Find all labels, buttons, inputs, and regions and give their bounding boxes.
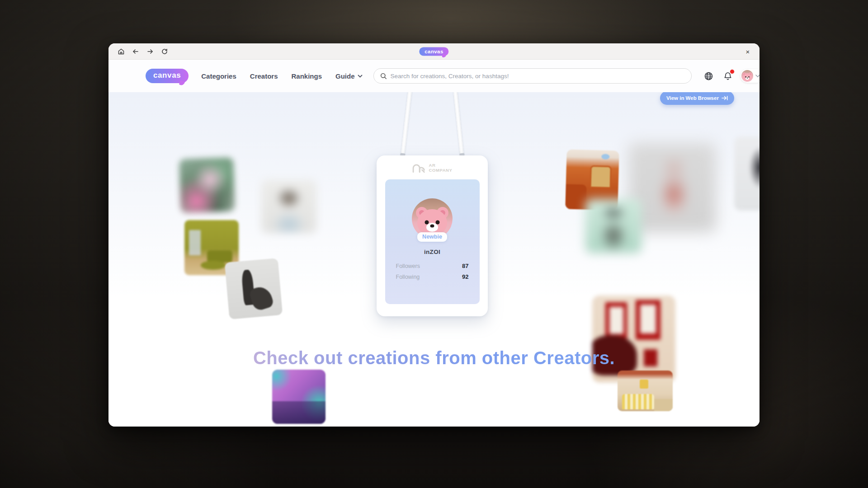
profile-id-card: AR COMPANY Newbie inZOI Followers 87 Fol… [377, 155, 488, 316]
chevron-down-icon [755, 75, 760, 77]
creation-thumbnail [225, 258, 283, 319]
search-icon [380, 73, 387, 80]
creation-thumbnail [592, 296, 675, 382]
forward-icon[interactable] [144, 46, 156, 57]
ar-monogram-icon [412, 163, 425, 174]
window-titlebar: canvas × [108, 43, 760, 60]
card-inner-panel: Newbie inZOI Followers 87 Following 92 [385, 179, 480, 304]
search-wrap [373, 68, 692, 84]
creation-thumbnail [618, 371, 673, 411]
creation-thumbnail [585, 199, 642, 253]
username: inZOI [424, 249, 440, 255]
stat-row-following: Following 92 [396, 273, 469, 280]
chevron-down-icon [358, 75, 363, 78]
view-in-web-browser-label: View in Web Browser [666, 95, 719, 101]
canvas-logo[interactable]: canvas [146, 69, 189, 83]
search-box[interactable] [373, 68, 692, 84]
titlebar-app-logo: canvas [419, 47, 448, 56]
creation-thumbnail [734, 136, 760, 211]
header-icons [703, 69, 760, 83]
nav-item-rankings[interactable]: Rankings [292, 72, 322, 80]
profile-stats: Followers 87 Following 92 [385, 263, 480, 280]
creation-thumbnail [179, 157, 235, 213]
stat-row-followers: Followers 87 [396, 263, 469, 269]
creation-thumbnail [628, 143, 716, 232]
nav-item-guide[interactable]: Guide [335, 72, 363, 80]
level-badge: Newbie [417, 232, 447, 242]
stat-label: Following [396, 274, 420, 280]
stat-label: Followers [396, 263, 420, 269]
nav-item-creators[interactable]: Creators [250, 72, 278, 80]
site-header: canvas Categories Creators Rankings Guid… [108, 60, 760, 92]
creation-thumbnail [261, 180, 316, 233]
bell-icon[interactable] [722, 70, 734, 82]
company-logo: AR COMPANY [412, 163, 452, 174]
arrow-to-line-icon [722, 96, 728, 100]
notification-badge [730, 69, 735, 74]
stat-value: 92 [462, 273, 468, 280]
nav-item-categories[interactable]: Categories [201, 72, 236, 80]
avatar [741, 70, 753, 82]
close-icon[interactable]: × [741, 46, 754, 57]
creation-thumbnail [272, 370, 326, 424]
nav-item-guide-label: Guide [335, 72, 355, 80]
lanyard-strap-right [453, 92, 464, 157]
profile-menu[interactable] [741, 69, 760, 83]
back-icon[interactable] [129, 46, 142, 57]
lanyard-strap-left [401, 92, 412, 157]
home-icon[interactable] [115, 46, 127, 57]
stat-value: 87 [462, 263, 468, 269]
hero-headline: Check out creations from other Creators. [108, 348, 760, 368]
hero-content: AR COMPANY Newbie inZOI Followers 87 Fol… [108, 92, 760, 427]
view-in-web-browser-button[interactable]: View in Web Browser [660, 92, 734, 105]
app-window: canvas × canvas Categories Creators Rank… [108, 43, 760, 427]
main-nav: Categories Creators Rankings Guide [201, 72, 362, 80]
company-name-line2: COMPANY [429, 168, 452, 173]
search-input[interactable] [391, 73, 685, 80]
globe-icon[interactable] [703, 70, 715, 82]
refresh-icon[interactable] [158, 46, 171, 57]
